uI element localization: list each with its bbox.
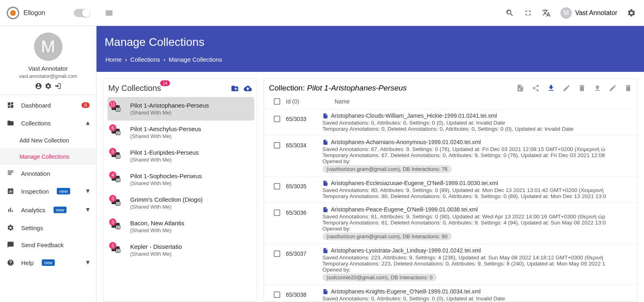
doc-count-badge: 5 [109,148,116,155]
document-id: 65/3035 [286,183,307,190]
upload-icon[interactable] [593,84,601,92]
settings-icon[interactable] [45,82,52,90]
file-icon [322,180,328,186]
svg-text:D: D [117,155,119,158]
crumb-collections[interactable]: Collections [130,56,160,63]
document-row[interactable]: 65/3034 Aristophanes-Acharnians-Anonymou… [264,136,637,177]
nav-annotation[interactable]: Annotation [0,165,96,182]
doc-count-badge: 3 [109,218,116,226]
document-title: Aristophanes-Acharnians-Anonymous-1999.0… [331,139,481,145]
doc-opened-by: Opened by: [322,267,631,273]
fullscreen-icon[interactable] [524,9,532,17]
collection-item[interactable]: 11 D Pilot 1-Aristophanes-Perseus (Share… [107,97,254,121]
nav-settings[interactable]: Settings [0,219,96,236]
edit-icon[interactable] [562,84,571,92]
folder-stack-icon: 3 D [111,220,125,230]
collection-item[interactable]: 6 D Pilot 1-Aeschylus-Perseus (Shared Wi… [107,121,254,144]
translate-icon[interactable] [542,9,551,17]
nav-label: Collections [21,120,51,127]
doc-saved-line: Saved Annotations: 0, Attributes: 0, Set… [322,120,631,126]
nav-add-collection[interactable]: Add New Collection [0,132,96,149]
nav-label: Analytics [21,207,45,214]
nav-help[interactable]: Help new ▾ [0,253,96,272]
nav-feedback[interactable]: Send Feedback [0,236,96,253]
row-checkbox[interactable] [274,183,280,190]
documents-list: 65/3033 Aristophanes-Clouds-William_Jame… [264,109,637,302]
logout-icon[interactable] [54,82,62,90]
crumb-home[interactable]: Home [105,56,122,63]
col-id: Id (0) [286,98,335,105]
nav-label: Manage Collections [19,153,69,160]
collection-item[interactable]: 3 D Bacon, New Atlantis (Shared With Me) [107,215,254,238]
search-icon[interactable] [505,9,514,17]
row-checkbox[interactable] [274,209,280,216]
collection-subtitle: (Shared With Me) [130,157,199,163]
document-id: 65/3037 [286,250,307,257]
doc-count-badge: 11 [109,101,116,108]
folder-stack-icon: 3 D [111,196,125,207]
nav-inspection[interactable]: Inspection new ▾ [0,182,96,201]
folder-stack-icon: 6 D [111,125,125,136]
collection-subtitle: (Shared With Me) [130,180,202,186]
nav-label: Inspection [21,188,49,195]
collection-subtitle: (Shared With Me) [130,251,182,257]
share-icon[interactable] [532,84,540,92]
document-row[interactable]: 65/3035 Aristophanes-Ecclesiazusae-Eugen… [264,177,637,203]
collection-item[interactable]: 3 D Grimm's Collection (Diogo) (Shared W… [107,191,254,215]
document-title: Aristophanes-Clouds-William_James_Hickie… [331,112,497,119]
download-icon[interactable] [547,84,555,92]
nav-analytics[interactable]: Analytics new ▾ [0,201,96,219]
document-row[interactable]: 65/3033 Aristophanes-Clouds-William_Jame… [264,109,637,136]
nav-manage-collections[interactable]: Manage Collections [0,149,96,165]
delete-icon[interactable] [578,84,586,92]
folder-stack-icon: 11 D [111,102,125,112]
doc-count-badge: 1 [109,242,116,249]
gear-icon[interactable] [627,9,636,17]
document-id: 65/3036 [286,209,307,216]
doc-count-badge: 3 [109,195,116,202]
add-document-icon[interactable] [516,84,524,92]
doc-count-badge: 4 [109,171,116,179]
document-row[interactable]: 65/3036 Aristophanes-Peace-Eugene_O'Neil… [264,203,637,244]
folder-icon [6,119,15,127]
doc-saved-line: Saved Annotations: 67, Attributes: 9, Se… [322,146,631,152]
feedback-icon [6,241,15,248]
row-checkbox[interactable] [274,291,280,298]
menu-icon[interactable] [105,9,114,17]
cloud-upload-icon[interactable] [244,84,252,93]
header-username: Vast Annotator [575,9,617,17]
nav-collections[interactable]: Collections ▴ [0,114,96,132]
collections-list[interactable]: 11 D Pilot 1-Aristophanes-Perseus (Share… [103,95,257,302]
row-checkbox[interactable] [274,142,280,149]
theme-toggle[interactable] [74,9,90,17]
file-icon [322,289,328,295]
new-folder-icon[interactable] [231,84,239,93]
file-icon [322,113,328,119]
collection-item[interactable]: 5 D Pilot 1-Euripides-Perseus (Shared Wi… [107,144,254,168]
dashboard-icon [6,101,15,109]
nav-label: Add New Collection [19,137,69,144]
nav-dashboard[interactable]: Dashboard 0 [0,97,96,114]
delete2-icon[interactable] [624,84,632,92]
collection-item[interactable]: 4 D Pilot 1-Sophocles-Perseus (Shared Wi… [107,168,254,191]
folder-stack-icon: 1 D [111,243,125,254]
document-row[interactable]: 65/3037 Aristophanes-Lysistrata-Jack_Lin… [264,244,637,285]
help-icon [6,259,15,266]
doc-saved-line: Saved Annotations: 223, Attributes: 9, S… [322,255,631,261]
user-menu[interactable]: M Vast Annotator [560,7,617,19]
collections-count-badge: 24 [160,80,170,86]
select-all-checkbox[interactable] [274,98,280,105]
document-row[interactable]: 65/3038 Aristophanes-Knights-Eugene_O'Ne… [264,285,637,302]
edit2-icon[interactable] [609,84,617,92]
account-icon[interactable] [35,82,42,90]
doc-temp-line: Temporary Annotations: 223, Deleted Anno… [322,261,631,267]
collection-item[interactable]: 1 D Kepler - Dissertatio (Shared With Me… [107,238,254,262]
row-checkbox[interactable] [274,250,280,257]
chevron-down-icon: ▾ [86,205,90,214]
chevron-up-icon: ▴ [86,118,90,127]
document-id: 65/3038 [286,291,307,298]
chevron-down-icon: ▾ [86,186,90,195]
document-title: Aristophanes-Knights-Eugene_O'Neill-1999… [331,288,481,295]
chevron-down-icon: ▾ [86,258,90,267]
row-checkbox[interactable] [274,116,280,122]
